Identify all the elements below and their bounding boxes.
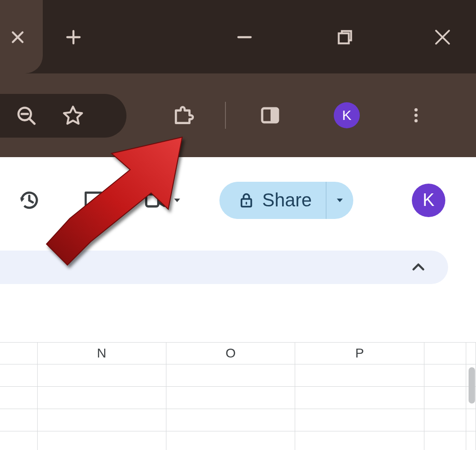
vertical-scrollbar-thumb[interactable] bbox=[469, 367, 475, 404]
window-close-button[interactable] bbox=[428, 22, 457, 52]
table-row bbox=[0, 387, 476, 409]
column-headers-row: NOP bbox=[0, 342, 476, 364]
meet-button[interactable] bbox=[143, 188, 182, 212]
close-icon bbox=[9, 29, 26, 46]
history-icon bbox=[17, 188, 41, 212]
browser-toolbar: K bbox=[0, 73, 476, 157]
avatar: K bbox=[334, 102, 360, 128]
svg-rect-0 bbox=[339, 33, 349, 44]
active-tab-edge bbox=[0, 0, 43, 73]
table-row bbox=[0, 409, 476, 431]
svg-rect-9 bbox=[246, 202, 247, 205]
table-row bbox=[0, 431, 476, 450]
close-tab-button[interactable] bbox=[7, 26, 29, 48]
avatar-initial: K bbox=[423, 190, 434, 210]
svg-point-6 bbox=[415, 119, 418, 122]
comments-button[interactable] bbox=[78, 185, 109, 216]
cell[interactable] bbox=[295, 431, 424, 450]
bookmark-button[interactable] bbox=[59, 101, 87, 130]
cell[interactable] bbox=[38, 431, 166, 450]
sheet-gap bbox=[0, 291, 476, 342]
column-header-P[interactable]: P bbox=[295, 342, 424, 364]
cell[interactable] bbox=[166, 364, 295, 387]
address-bar-end[interactable] bbox=[0, 94, 126, 138]
formula-bar-pill[interactable] bbox=[0, 251, 448, 284]
cell[interactable] bbox=[166, 431, 295, 450]
cell[interactable] bbox=[295, 364, 424, 387]
app-header: Share K bbox=[0, 157, 476, 243]
cell[interactable] bbox=[38, 409, 166, 431]
puzzle-icon bbox=[171, 104, 194, 127]
svg-point-5 bbox=[415, 114, 418, 117]
spreadsheet[interactable]: NOP bbox=[0, 342, 476, 450]
cell[interactable] bbox=[424, 409, 466, 431]
star-icon bbox=[61, 104, 85, 127]
avatar-initial: K bbox=[342, 107, 351, 123]
caret-down-icon bbox=[335, 195, 345, 205]
chevron-up-icon bbox=[410, 259, 427, 276]
cell[interactable] bbox=[295, 409, 424, 431]
cell[interactable] bbox=[424, 431, 466, 450]
column-header-N[interactable]: N bbox=[38, 342, 166, 364]
cell[interactable] bbox=[0, 387, 38, 409]
svg-point-4 bbox=[415, 108, 418, 112]
column-header-edge[interactable] bbox=[466, 342, 476, 364]
cell[interactable] bbox=[424, 387, 466, 409]
cell[interactable] bbox=[166, 409, 295, 431]
table-row bbox=[0, 364, 476, 387]
column-header-m-tail[interactable] bbox=[0, 342, 38, 364]
cell[interactable] bbox=[0, 409, 38, 431]
window-minimize-button[interactable] bbox=[230, 22, 259, 52]
cell[interactable] bbox=[166, 387, 295, 409]
comment-icon bbox=[82, 189, 105, 212]
close-icon bbox=[433, 27, 452, 47]
kebab-icon bbox=[407, 106, 425, 125]
cell[interactable] bbox=[466, 431, 476, 450]
window-restore-button[interactable] bbox=[330, 22, 360, 52]
minimize-icon bbox=[235, 28, 254, 46]
caret-down-icon bbox=[172, 195, 182, 205]
zoom-out-button[interactable] bbox=[12, 101, 41, 130]
share-label: Share bbox=[262, 190, 312, 211]
column-header-O[interactable]: O bbox=[166, 342, 295, 364]
plus-icon bbox=[64, 28, 83, 46]
share-main[interactable]: Share bbox=[219, 182, 326, 219]
svg-rect-7 bbox=[146, 194, 159, 206]
video-icon bbox=[143, 188, 167, 212]
share-dropdown[interactable] bbox=[326, 182, 353, 219]
cell[interactable] bbox=[0, 364, 38, 387]
toolbar-separator bbox=[225, 102, 226, 129]
cell[interactable] bbox=[295, 387, 424, 409]
browser-menu-button[interactable] bbox=[402, 101, 430, 130]
app-account-button[interactable]: K bbox=[412, 184, 445, 217]
share-button[interactable]: Share bbox=[219, 182, 353, 219]
column-header-Q-head[interactable] bbox=[424, 342, 466, 364]
side-panel-icon bbox=[259, 104, 281, 126]
cell[interactable] bbox=[466, 409, 476, 431]
zoom-out-icon bbox=[16, 105, 37, 126]
lock-icon bbox=[238, 192, 255, 209]
new-tab-button[interactable] bbox=[59, 22, 88, 52]
formula-bar-strip bbox=[0, 243, 476, 291]
cell[interactable] bbox=[0, 431, 38, 450]
extensions-button[interactable] bbox=[168, 101, 197, 130]
cell[interactable] bbox=[38, 364, 166, 387]
side-panel-button[interactable] bbox=[256, 101, 284, 130]
browser-profile-button[interactable]: K bbox=[334, 102, 360, 128]
restore-icon bbox=[336, 28, 354, 46]
cell[interactable] bbox=[38, 387, 166, 409]
avatar: K bbox=[412, 184, 445, 217]
svg-rect-3 bbox=[271, 108, 278, 122]
version-history-button[interactable] bbox=[14, 185, 45, 216]
cell[interactable] bbox=[424, 364, 466, 387]
browser-tab-strip bbox=[0, 0, 476, 73]
